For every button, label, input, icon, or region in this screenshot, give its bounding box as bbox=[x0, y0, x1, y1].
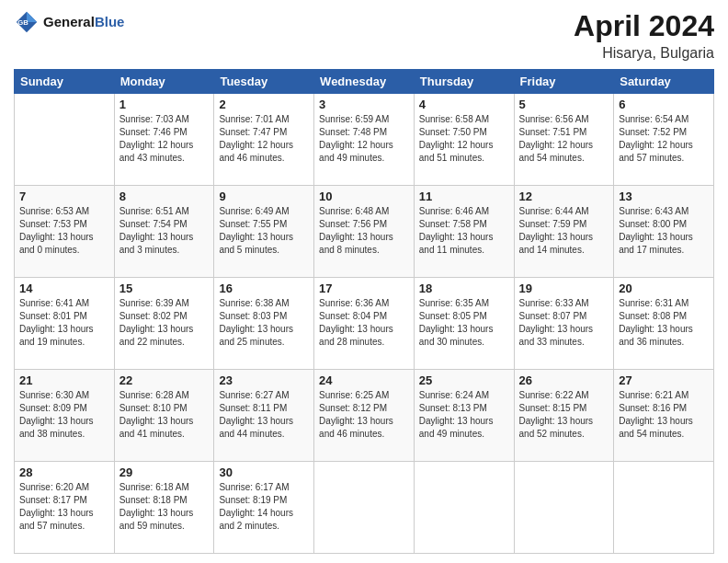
logo-blue: Blue bbox=[95, 14, 125, 29]
main-title: April 2024 bbox=[574, 9, 714, 43]
calendar-cell bbox=[414, 462, 514, 554]
calendar-cell: 15Sunrise: 6:39 AM Sunset: 8:02 PM Dayli… bbox=[114, 278, 214, 370]
day-info: Sunrise: 6:48 AM Sunset: 7:56 PM Dayligh… bbox=[319, 205, 409, 257]
calendar-cell: 17Sunrise: 6:36 AM Sunset: 8:04 PM Dayli… bbox=[314, 278, 415, 370]
day-number: 6 bbox=[619, 98, 709, 111]
day-info: Sunrise: 6:54 AM Sunset: 7:52 PM Dayligh… bbox=[619, 113, 709, 165]
day-number: 26 bbox=[519, 373, 609, 387]
calendar-cell: 19Sunrise: 6:33 AM Sunset: 8:07 PM Dayli… bbox=[514, 278, 614, 370]
day-info: Sunrise: 6:28 AM Sunset: 8:10 PM Dayligh… bbox=[119, 389, 210, 441]
day-number: 11 bbox=[419, 190, 509, 203]
calendar-cell: 20Sunrise: 6:31 AM Sunset: 8:08 PM Dayli… bbox=[614, 278, 714, 370]
day-info: Sunrise: 6:44 AM Sunset: 7:59 PM Dayligh… bbox=[519, 205, 609, 257]
day-number: 1 bbox=[119, 98, 210, 111]
day-number: 24 bbox=[319, 373, 409, 387]
calendar-cell bbox=[614, 462, 714, 554]
day-number: 18 bbox=[419, 282, 509, 295]
svg-text:GB: GB bbox=[17, 18, 28, 27]
logo-general: General bbox=[43, 14, 95, 29]
calendar-cell: 26Sunrise: 6:22 AM Sunset: 8:15 PM Dayli… bbox=[514, 370, 614, 462]
day-number: 8 bbox=[119, 190, 210, 203]
day-number: 25 bbox=[419, 373, 509, 387]
logo-icon: GB bbox=[14, 9, 40, 35]
header-friday: Friday bbox=[514, 70, 614, 94]
calendar-cell: 1Sunrise: 7:03 AM Sunset: 7:46 PM Daylig… bbox=[114, 94, 214, 186]
header-thursday: Thursday bbox=[414, 70, 514, 94]
calendar-cell: 21Sunrise: 6:30 AM Sunset: 8:09 PM Dayli… bbox=[15, 370, 115, 462]
weekday-header-row: Sunday Monday Tuesday Wednesday Thursday… bbox=[15, 70, 714, 94]
title-block: April 2024 Hisarya, Bulgaria bbox=[574, 9, 714, 62]
calendar-cell: 9Sunrise: 6:49 AM Sunset: 7:55 PM Daylig… bbox=[214, 186, 314, 278]
day-info: Sunrise: 6:56 AM Sunset: 7:51 PM Dayligh… bbox=[519, 113, 609, 165]
day-info: Sunrise: 6:24 AM Sunset: 8:13 PM Dayligh… bbox=[419, 389, 509, 441]
calendar-cell: 2Sunrise: 7:01 AM Sunset: 7:47 PM Daylig… bbox=[214, 94, 314, 186]
day-number: 27 bbox=[619, 373, 709, 387]
day-info: Sunrise: 6:43 AM Sunset: 8:00 PM Dayligh… bbox=[619, 205, 709, 257]
day-info: Sunrise: 6:18 AM Sunset: 8:18 PM Dayligh… bbox=[119, 481, 210, 533]
day-info: Sunrise: 6:30 AM Sunset: 8:09 PM Dayligh… bbox=[19, 389, 109, 441]
calendar-week-1: 1Sunrise: 7:03 AM Sunset: 7:46 PM Daylig… bbox=[15, 94, 714, 186]
calendar-cell: 12Sunrise: 6:44 AM Sunset: 7:59 PM Dayli… bbox=[514, 186, 614, 278]
day-info: Sunrise: 6:20 AM Sunset: 8:17 PM Dayligh… bbox=[19, 481, 109, 533]
calendar-cell: 8Sunrise: 6:51 AM Sunset: 7:54 PM Daylig… bbox=[114, 186, 214, 278]
day-number: 19 bbox=[519, 282, 609, 295]
calendar-cell: 23Sunrise: 6:27 AM Sunset: 8:11 PM Dayli… bbox=[214, 370, 314, 462]
day-number: 20 bbox=[619, 282, 709, 295]
calendar-cell: 3Sunrise: 6:59 AM Sunset: 7:48 PM Daylig… bbox=[314, 94, 415, 186]
day-info: Sunrise: 6:35 AM Sunset: 8:05 PM Dayligh… bbox=[419, 297, 509, 349]
day-info: Sunrise: 6:33 AM Sunset: 8:07 PM Dayligh… bbox=[519, 297, 609, 349]
header: GB GeneralBlue April 2024 Hisarya, Bulga… bbox=[14, 9, 714, 62]
day-number: 4 bbox=[419, 98, 509, 111]
calendar-cell bbox=[514, 462, 614, 554]
day-number: 15 bbox=[119, 282, 210, 295]
day-info: Sunrise: 6:41 AM Sunset: 8:01 PM Dayligh… bbox=[19, 297, 109, 349]
day-number: 21 bbox=[19, 373, 109, 387]
header-wednesday: Wednesday bbox=[314, 70, 415, 94]
calendar-cell: 24Sunrise: 6:25 AM Sunset: 8:12 PM Dayli… bbox=[314, 370, 415, 462]
calendar-cell bbox=[314, 462, 415, 554]
calendar-table: Sunday Monday Tuesday Wednesday Thursday… bbox=[14, 69, 714, 554]
calendar-cell: 16Sunrise: 6:38 AM Sunset: 8:03 PM Dayli… bbox=[214, 278, 314, 370]
calendar-week-3: 14Sunrise: 6:41 AM Sunset: 8:01 PM Dayli… bbox=[15, 278, 714, 370]
header-saturday: Saturday bbox=[614, 70, 714, 94]
day-info: Sunrise: 6:27 AM Sunset: 8:11 PM Dayligh… bbox=[219, 389, 309, 441]
calendar-cell: 22Sunrise: 6:28 AM Sunset: 8:10 PM Dayli… bbox=[114, 370, 214, 462]
day-info: Sunrise: 6:53 AM Sunset: 7:53 PM Dayligh… bbox=[19, 205, 109, 257]
day-number: 13 bbox=[619, 190, 709, 203]
day-number: 16 bbox=[219, 282, 309, 295]
day-info: Sunrise: 7:03 AM Sunset: 7:46 PM Dayligh… bbox=[119, 113, 210, 165]
calendar-cell: 18Sunrise: 6:35 AM Sunset: 8:05 PM Dayli… bbox=[414, 278, 514, 370]
calendar-week-4: 21Sunrise: 6:30 AM Sunset: 8:09 PM Dayli… bbox=[15, 370, 714, 462]
header-tuesday: Tuesday bbox=[214, 70, 314, 94]
day-info: Sunrise: 6:36 AM Sunset: 8:04 PM Dayligh… bbox=[319, 297, 409, 349]
day-info: Sunrise: 6:46 AM Sunset: 7:58 PM Dayligh… bbox=[419, 205, 509, 257]
day-number: 28 bbox=[19, 465, 109, 479]
day-info: Sunrise: 6:21 AM Sunset: 8:16 PM Dayligh… bbox=[619, 389, 709, 441]
calendar-cell: 11Sunrise: 6:46 AM Sunset: 7:58 PM Dayli… bbox=[414, 186, 514, 278]
day-number: 22 bbox=[119, 373, 210, 387]
day-info: Sunrise: 6:58 AM Sunset: 7:50 PM Dayligh… bbox=[419, 113, 509, 165]
calendar-cell: 28Sunrise: 6:20 AM Sunset: 8:17 PM Dayli… bbox=[15, 462, 115, 554]
day-info: Sunrise: 6:17 AM Sunset: 8:19 PM Dayligh… bbox=[219, 481, 309, 533]
subtitle: Hisarya, Bulgaria bbox=[574, 45, 714, 62]
day-number: 2 bbox=[219, 98, 309, 111]
day-number: 12 bbox=[519, 190, 609, 203]
day-info: Sunrise: 6:31 AM Sunset: 8:08 PM Dayligh… bbox=[619, 297, 709, 349]
calendar-cell: 7Sunrise: 6:53 AM Sunset: 7:53 PM Daylig… bbox=[15, 186, 115, 278]
calendar-week-5: 28Sunrise: 6:20 AM Sunset: 8:17 PM Dayli… bbox=[15, 462, 714, 554]
calendar-cell: 13Sunrise: 6:43 AM Sunset: 8:00 PM Dayli… bbox=[614, 186, 714, 278]
calendar-cell: 30Sunrise: 6:17 AM Sunset: 8:19 PM Dayli… bbox=[214, 462, 314, 554]
day-number: 23 bbox=[219, 373, 309, 387]
page: GB GeneralBlue April 2024 Hisarya, Bulga… bbox=[0, 0, 728, 563]
calendar-cell: 6Sunrise: 6:54 AM Sunset: 7:52 PM Daylig… bbox=[614, 94, 714, 186]
day-info: Sunrise: 6:25 AM Sunset: 8:12 PM Dayligh… bbox=[319, 389, 409, 441]
calendar-cell: 10Sunrise: 6:48 AM Sunset: 7:56 PM Dayli… bbox=[314, 186, 415, 278]
day-number: 7 bbox=[19, 190, 109, 203]
logo: GB GeneralBlue bbox=[14, 9, 124, 35]
day-number: 10 bbox=[319, 190, 409, 203]
day-info: Sunrise: 7:01 AM Sunset: 7:47 PM Dayligh… bbox=[219, 113, 309, 165]
calendar-cell: 29Sunrise: 6:18 AM Sunset: 8:18 PM Dayli… bbox=[114, 462, 214, 554]
day-number: 9 bbox=[219, 190, 309, 203]
day-info: Sunrise: 6:38 AM Sunset: 8:03 PM Dayligh… bbox=[219, 297, 309, 349]
header-sunday: Sunday bbox=[15, 70, 115, 94]
